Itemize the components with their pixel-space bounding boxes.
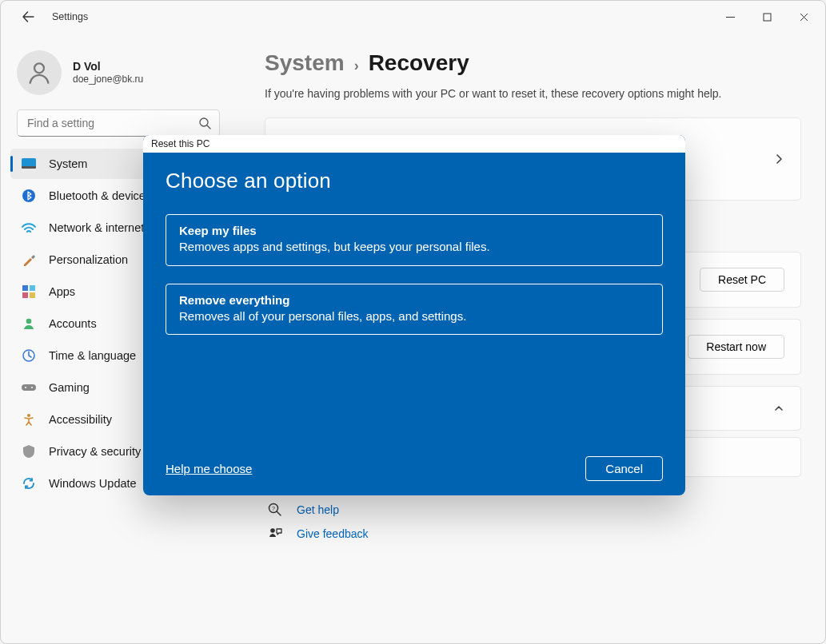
option-title: Keep my files	[179, 223, 649, 239]
option-keep-my-files[interactable]: Keep my files Removes apps and settings,…	[166, 214, 663, 266]
avatar	[17, 50, 62, 95]
search-icon	[198, 117, 211, 129]
svg-point-10	[26, 319, 32, 324]
breadcrumb-current: Recovery	[369, 50, 469, 76]
sidebar-item-label: System	[49, 157, 87, 170]
sidebar-item-label: Apps	[49, 285, 75, 298]
time-language-icon	[22, 348, 36, 363]
settings-window: Settings D	[0, 0, 826, 644]
sidebar-item-label: Personalization	[49, 253, 128, 266]
option-remove-everything[interactable]: Remove everything Removes all of your pe…	[166, 284, 663, 336]
gaming-icon	[22, 380, 36, 395]
svg-text:?: ?	[272, 506, 275, 511]
sidebar-item-label: Network & internet	[49, 221, 144, 234]
titlebar: Settings	[1, 1, 825, 33]
privacy-icon	[22, 444, 36, 459]
chevron-up-icon	[773, 403, 784, 414]
system-icon	[22, 157, 36, 171]
give-feedback-label: Give feedback	[297, 527, 369, 540]
minimize-icon	[726, 13, 735, 22]
personalization-icon	[22, 252, 36, 267]
sidebar-item-label: Privacy & security	[49, 445, 141, 458]
svg-rect-6	[22, 285, 28, 291]
option-desc: Removes apps and settings, but keeps you…	[179, 239, 649, 255]
sidebar-item-label: Gaming	[49, 381, 90, 394]
svg-point-14	[31, 387, 33, 388]
svg-rect-12	[22, 384, 36, 391]
profile-block[interactable]: D Vol doe_jone@bk.ru	[6, 41, 231, 109]
chevron-right-icon	[773, 153, 784, 165]
give-feedback-link[interactable]: Give feedback	[265, 522, 801, 546]
person-icon	[26, 59, 53, 86]
close-icon	[800, 13, 808, 22]
svg-point-15	[27, 414, 30, 417]
close-button[interactable]	[785, 4, 822, 30]
svg-point-1	[34, 63, 44, 73]
svg-point-18	[270, 528, 275, 533]
restart-now-button[interactable]: Restart now	[688, 335, 784, 359]
dialog-heading: Choose an option	[166, 169, 663, 193]
cancel-button[interactable]: Cancel	[585, 456, 663, 481]
profile-name: D Vol	[73, 59, 143, 74]
breadcrumb-parent[interactable]: System	[265, 50, 345, 76]
reset-pc-button[interactable]: Reset PC	[700, 268, 784, 292]
feedback-icon	[266, 527, 284, 541]
minimize-button[interactable]	[712, 4, 748, 30]
get-help-link[interactable]: ? Get help	[265, 498, 801, 522]
sidebar-item-label: Time & language	[49, 349, 136, 362]
help-me-choose-link[interactable]: Help me choose	[166, 462, 252, 475]
accessibility-icon	[22, 412, 36, 427]
sidebar-item-label: Windows Update	[49, 477, 137, 490]
sidebar-item-label: Accounts	[49, 317, 97, 330]
profile-email: doe_jone@bk.ru	[73, 74, 143, 86]
update-icon	[22, 476, 36, 491]
search-box[interactable]	[17, 109, 220, 137]
svg-rect-7	[30, 285, 35, 291]
bluetooth-icon	[22, 189, 36, 203]
option-desc: Removes all of your personal files, apps…	[179, 308, 649, 324]
reset-this-pc-dialog: Reset this PC Choose an option Keep my f…	[143, 135, 685, 495]
get-help-label: Get help	[297, 503, 339, 516]
option-title: Remove everything	[179, 292, 649, 308]
page-subtitle: If you're having problems with your PC o…	[265, 87, 801, 100]
search-input[interactable]	[26, 116, 198, 130]
dialog-title: Reset this PC	[143, 135, 685, 153]
apps-icon	[22, 284, 36, 299]
window-controls	[712, 4, 822, 30]
chevron-right-icon: ›	[354, 58, 359, 74]
sidebar-item-label: Accessibility	[49, 413, 112, 426]
back-button[interactable]	[15, 4, 41, 30]
svg-rect-4	[22, 166, 36, 169]
help-icon: ?	[266, 503, 284, 517]
svg-point-13	[25, 387, 26, 388]
svg-point-2	[200, 118, 208, 126]
back-arrow-icon	[22, 10, 34, 23]
accounts-icon	[22, 316, 36, 331]
maximize-button[interactable]	[748, 4, 785, 30]
maximize-icon	[763, 13, 772, 22]
sidebar-item-label: Bluetooth & devices	[49, 189, 151, 202]
svg-rect-9	[30, 292, 35, 298]
network-icon	[22, 221, 36, 235]
breadcrumb: System › Recovery	[265, 50, 801, 76]
app-title: Settings	[52, 11, 88, 22]
footer-links: ? Get help Give feedback	[265, 498, 801, 546]
svg-rect-0	[764, 14, 771, 21]
svg-rect-8	[22, 292, 28, 298]
